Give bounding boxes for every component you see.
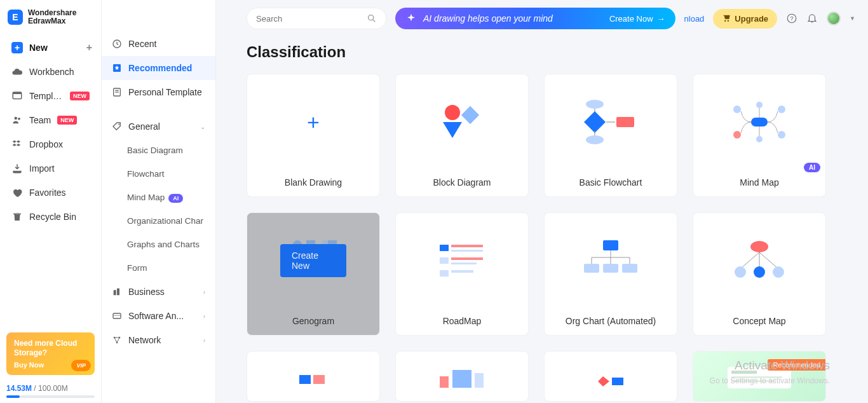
svg-point-34	[778, 106, 785, 113]
card-partial-3[interactable]	[544, 351, 677, 402]
topbar: AI drawing helps open your mind Create N…	[216, 0, 868, 37]
template-icon	[11, 90, 23, 102]
card-org-chart[interactable]: Org Chart (Automated)	[544, 212, 677, 336]
card-partial-recommended[interactable]: Recommended	[693, 351, 826, 402]
nav-recycle[interactable]: Recycle Bin	[5, 205, 96, 229]
svg-point-33	[733, 131, 741, 139]
svg-rect-26	[584, 111, 606, 133]
card-genogram[interactable]: Create New Genogram	[247, 212, 380, 336]
svg-rect-12	[113, 313, 121, 318]
clock-icon	[112, 39, 122, 49]
group-business[interactable]: Business ›	[102, 280, 215, 304]
svg-text:?: ?	[790, 15, 794, 22]
svg-point-32	[733, 106, 741, 113]
svg-rect-50	[451, 250, 483, 252]
plus-icon: +	[307, 110, 320, 135]
svg-rect-72	[299, 375, 311, 384]
vip-badge: VIP	[71, 360, 91, 371]
chevron-down-icon[interactable]: ▼	[850, 15, 855, 22]
svg-line-66	[740, 252, 759, 269]
plus-icon: +	[11, 42, 23, 53]
svg-rect-64	[622, 264, 637, 273]
mid-recent[interactable]: Recent	[102, 32, 215, 56]
download-fragment[interactable]: nload	[684, 14, 705, 24]
bell-icon[interactable]	[806, 13, 818, 24]
sub-graphs-charts[interactable]: Graphs and Charts	[102, 233, 215, 256]
nav-import[interactable]: Import	[5, 156, 96, 181]
template-icon	[112, 87, 122, 97]
create-new-button[interactable]: Create New	[280, 244, 346, 277]
nav-dropbox[interactable]: Dropbox	[5, 132, 96, 156]
mid-personal-template[interactable]: Personal Template	[102, 80, 215, 104]
nav-team[interactable]: Team NEW	[5, 108, 96, 132]
card-partial-2[interactable]	[395, 351, 529, 402]
svg-point-65	[750, 241, 768, 252]
sub-org-chart[interactable]: Organizational Char	[102, 209, 215, 233]
card-concept-map[interactable]: Concept Map	[693, 212, 826, 336]
sidebar-left: E WondershareEdrawMax + New + Workbench …	[0, 0, 102, 403]
svg-point-2	[15, 117, 18, 120]
ai-banner[interactable]: AI drawing helps open your mind Create N…	[395, 8, 675, 29]
search-input[interactable]	[247, 8, 386, 29]
nav-workbench[interactable]: Workbench	[5, 60, 96, 84]
brand-text: WondershareEdrawMax	[28, 9, 76, 25]
create-now-link[interactable]: Create Now →	[609, 14, 665, 24]
svg-line-68	[759, 252, 778, 269]
svg-rect-80	[731, 376, 782, 378]
new-badge: NEW	[70, 92, 90, 100]
svg-rect-62	[584, 264, 599, 273]
svg-point-24	[586, 100, 604, 109]
sub-basic-diagram[interactable]: Basic Diagram	[102, 139, 215, 162]
sub-flowchart[interactable]: Flowchart	[102, 162, 215, 186]
brand-logo: E WondershareEdrawMax	[0, 0, 101, 36]
svg-rect-63	[603, 264, 618, 273]
chevron-right-icon: ›	[203, 337, 205, 344]
svg-rect-55	[451, 270, 473, 273]
svg-point-30	[586, 135, 604, 144]
svg-point-69	[735, 266, 746, 278]
chevron-down-icon: ⌄	[200, 123, 205, 130]
chevron-right-icon: ›	[203, 313, 205, 320]
svg-rect-28	[616, 117, 634, 127]
sub-form[interactable]: Form	[102, 256, 215, 280]
star-icon	[112, 63, 122, 73]
svg-rect-53	[451, 263, 477, 264]
ai-badge: AI	[168, 194, 183, 203]
upgrade-button[interactable]: Upgrade	[713, 9, 777, 29]
svg-rect-76	[475, 373, 484, 388]
team-icon	[11, 114, 23, 126]
cloud-storage-promo[interactable]: Need more Cloud Storage? Buy Now VIP	[6, 332, 95, 375]
card-block-diagram[interactable]: Block Diagram	[395, 74, 529, 197]
nav-new[interactable]: + New +	[5, 36, 96, 60]
recommended-badge: Recommended	[768, 359, 825, 371]
svg-point-9	[118, 124, 119, 125]
import-icon	[11, 163, 23, 174]
card-partial-1[interactable]	[247, 351, 380, 402]
card-blank-drawing[interactable]: + Blank Drawing	[247, 74, 380, 197]
card-basic-flowchart[interactable]: Basic Flowchart	[544, 74, 677, 197]
help-icon[interactable]: ?	[786, 13, 797, 24]
card-mind-map[interactable]: AI Mind Map	[693, 74, 826, 197]
trash-icon	[11, 211, 23, 222]
svg-point-36	[756, 102, 763, 108]
svg-point-21	[445, 105, 460, 120]
plus-right-icon[interactable]: +	[86, 42, 92, 53]
svg-rect-79	[731, 371, 757, 374]
group-software[interactable]: Software An... ›	[102, 304, 215, 328]
avatar[interactable]	[827, 11, 841, 25]
business-icon	[112, 287, 122, 297]
card-roadmap[interactable]: RoadMap	[395, 212, 529, 336]
svg-rect-52	[451, 257, 483, 260]
svg-rect-75	[452, 370, 471, 388]
svg-rect-48	[440, 245, 449, 251]
network-icon	[112, 335, 122, 345]
svg-rect-81	[731, 380, 776, 382]
group-network[interactable]: Network ›	[102, 328, 215, 352]
mid-recommended[interactable]: Recommended	[102, 56, 215, 80]
nav-favorites[interactable]: Favorites	[5, 181, 96, 205]
nav-templates[interactable]: Templat... NEW	[5, 84, 96, 108]
group-general[interactable]: General ⌄	[102, 114, 215, 139]
svg-rect-77	[612, 378, 623, 385]
spark-icon	[405, 13, 417, 24]
sub-mind-map[interactable]: Mind MapAI	[102, 186, 215, 209]
